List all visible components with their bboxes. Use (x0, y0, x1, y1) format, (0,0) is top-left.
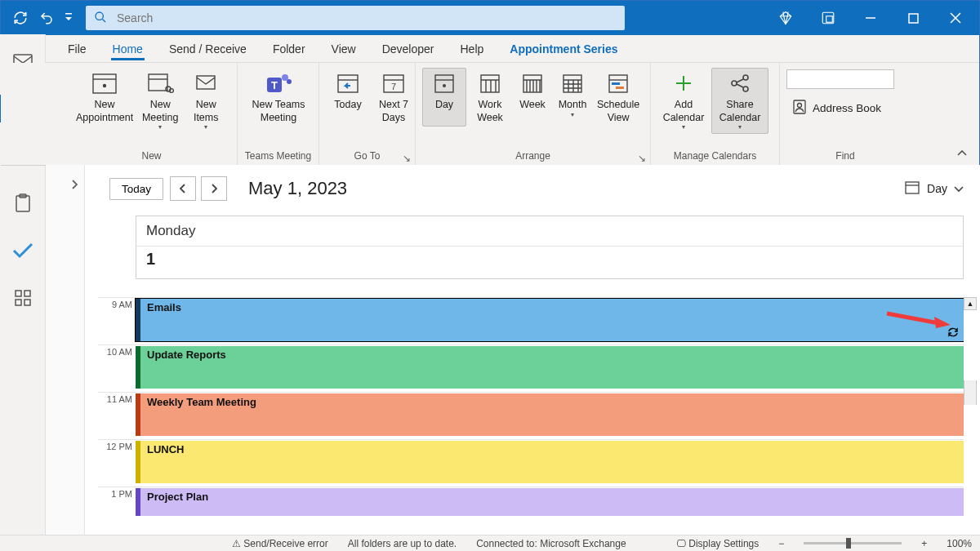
new-items-button[interactable]: New Items (184, 68, 228, 134)
calendar-small-icon (904, 180, 920, 198)
svg-rect-23 (149, 74, 167, 91)
tab-help[interactable]: Help (458, 38, 485, 60)
svg-rect-34 (435, 75, 453, 92)
arrange-week-button[interactable]: Week (514, 68, 551, 127)
svg-rect-18 (24, 291, 30, 296)
nav-todo[interactable] (7, 238, 38, 263)
svg-point-44 (743, 87, 748, 91)
arrange-day-button[interactable]: Day (422, 68, 466, 127)
svg-rect-21 (93, 74, 116, 93)
find-input[interactable] (786, 69, 894, 89)
display-settings-button[interactable]: 🖵 Display Settings (676, 538, 759, 549)
scroll-up-button[interactable]: ▲ (964, 297, 977, 310)
nav-tasks[interactable] (7, 191, 38, 216)
event-lunch[interactable]: LUNCH (136, 441, 964, 483)
svg-rect-36 (481, 75, 499, 92)
address-book-button[interactable]: Address Book (786, 96, 886, 121)
date-header: May 1, 2023 (248, 178, 347, 199)
tab-file[interactable]: File (66, 38, 88, 60)
scrollbar-track[interactable] (964, 380, 977, 405)
zoom-out-button[interactable]: − (778, 538, 784, 549)
svg-text:T: T (271, 79, 278, 91)
arrange-schedule-button[interactable]: Schedule View (594, 68, 643, 127)
plus-icon (668, 69, 699, 97)
day-column-header: Monday 1 (136, 216, 964, 279)
svg-point-35 (443, 85, 446, 87)
minimize-button[interactable] (860, 7, 881, 29)
tab-folder[interactable]: Folder (271, 38, 307, 60)
share-calendar-button[interactable]: Share Calendar (711, 68, 768, 134)
event-emails[interactable]: Emails (136, 299, 964, 341)
arrange-month-button[interactable]: Month (553, 68, 592, 127)
next-7-days-button[interactable]: 7 Next 7 Days (372, 68, 416, 127)
svg-rect-40 (612, 82, 620, 85)
group-new-title: New (73, 150, 230, 163)
day-number: 1 (136, 247, 963, 272)
prev-day-button[interactable] (170, 176, 196, 201)
day-view-icon (429, 69, 460, 97)
premium-icon[interactable] (775, 7, 796, 29)
qat-customize-icon[interactable] (65, 10, 73, 26)
tab-view[interactable]: View (330, 38, 358, 60)
sync-icon[interactable] (12, 10, 29, 26)
status-error: ⚠ Send/Receive error (232, 538, 328, 549)
calendar-7-icon: 7 (378, 69, 409, 97)
zoom-slider[interactable] (804, 542, 902, 544)
svg-marker-49 (934, 317, 951, 328)
goto-today-button[interactable]: Today (326, 68, 370, 127)
month-icon (557, 69, 588, 97)
search-box[interactable] (86, 6, 625, 30)
expand-folder-pane-icon[interactable] (70, 180, 78, 192)
dialog-launcher-icon[interactable]: ↘ (402, 153, 412, 162)
svg-point-30 (287, 79, 292, 84)
today-button[interactable]: Today (109, 178, 163, 200)
zoom-level: 100% (947, 538, 972, 549)
svg-rect-3 (826, 16, 833, 23)
hour-label: 10 AM (98, 345, 136, 392)
svg-point-29 (282, 74, 288, 81)
add-calendar-button[interactable]: Add Calendar (657, 68, 710, 134)
new-teams-meeting-button[interactable]: T New Teams Meeting (244, 68, 313, 127)
event-update-reports[interactable]: Update Reports (136, 346, 964, 389)
event-weekly-team-meeting[interactable]: Weekly Team Meeting (136, 393, 964, 436)
search-input[interactable] (117, 11, 617, 24)
svg-point-1 (96, 12, 103, 20)
next-day-button[interactable] (201, 176, 227, 201)
view-picker[interactable]: Day (904, 180, 964, 198)
week-icon (517, 69, 548, 97)
ribbon-mode-icon[interactable] (817, 7, 839, 29)
group-find-title: Find (786, 150, 904, 163)
svg-rect-41 (616, 87, 624, 89)
tab-developer[interactable]: Developer (381, 38, 436, 60)
hour-label: 11 AM (98, 393, 136, 439)
day-of-week: Monday (136, 216, 963, 247)
zoom-in-button[interactable]: + (921, 538, 927, 549)
nav-more-apps[interactable] (7, 286, 38, 310)
tab-home[interactable]: Home (111, 38, 145, 60)
group-manage-title: Manage Calendars (657, 150, 773, 163)
svg-point-43 (743, 75, 748, 80)
share-icon (724, 69, 755, 97)
new-appointment-button[interactable]: New Appointment (73, 68, 136, 127)
status-connected: Connected to: Microsoft Exchange (476, 538, 626, 549)
svg-text:7: 7 (391, 82, 396, 91)
group-teams-title: Teams Meeting (244, 150, 312, 163)
svg-rect-19 (16, 300, 21, 305)
status-folders: All folders are up to date. (348, 538, 457, 549)
svg-rect-4 (909, 14, 918, 23)
calendar-back-icon (332, 69, 363, 97)
arrange-workweek-button[interactable]: Work Week (468, 68, 512, 127)
hour-label: 9 AM (98, 298, 136, 344)
close-button[interactable] (945, 7, 966, 29)
svg-rect-37 (523, 75, 541, 92)
tab-send-receive[interactable]: Send / Receive (167, 38, 248, 60)
collapse-ribbon-icon[interactable] (956, 148, 968, 160)
event-project-plan[interactable]: Project Plan (136, 488, 964, 516)
dialog-launcher-icon[interactable]: ↘ (637, 153, 647, 162)
calendar-page-icon (89, 69, 120, 97)
new-meeting-button[interactable]: New Meeting (138, 68, 182, 134)
annotation-arrow (885, 310, 951, 328)
maximize-button[interactable] (902, 7, 924, 29)
tab-appointment-series[interactable]: Appointment Series (508, 38, 619, 60)
undo-icon[interactable] (38, 10, 55, 26)
